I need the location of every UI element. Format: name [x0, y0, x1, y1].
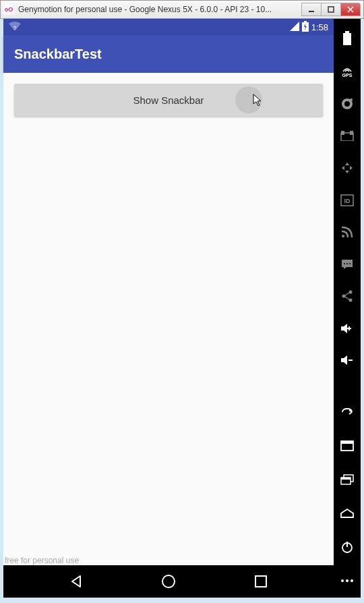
battery-sidebar-icon[interactable] [340, 31, 355, 46]
svg-point-33 [346, 579, 348, 582]
window-controls [302, 3, 361, 16]
svg-rect-14 [341, 131, 344, 135]
svg-point-10 [344, 101, 350, 107]
svg-point-17 [342, 235, 344, 237]
android-nav-bar [3, 565, 334, 598]
emulator-frame: ? 1:58 SnackbarTest Show Snackbar [3, 19, 361, 598]
button-label: Show Snackbar [133, 94, 204, 106]
svg-point-11 [350, 98, 353, 101]
more-sidebar-icon[interactable] [340, 573, 355, 588]
app-icon: oO [3, 4, 14, 15]
wifi-icon: ? [9, 22, 21, 33]
svg-rect-7 [343, 33, 351, 45]
volume-up-sidebar-icon[interactable] [340, 322, 355, 335]
volume-down-sidebar-icon[interactable] [340, 354, 355, 368]
status-time: 1:58 [311, 22, 328, 32]
gps-label: GPS [342, 73, 353, 78]
svg-point-19 [344, 263, 345, 264]
svg-text:ID: ID [344, 198, 351, 204]
svg-point-32 [341, 579, 344, 582]
app-title: SnackbarTest [14, 47, 102, 62]
share-sidebar-icon[interactable] [340, 290, 355, 304]
svg-rect-29 [341, 478, 351, 480]
svg-text:?: ? [13, 25, 17, 31]
show-snackbar-button[interactable]: Show Snackbar [14, 84, 323, 116]
emulator-sidebar: GPS ID [334, 19, 361, 598]
window-max-sidebar-icon[interactable] [340, 438, 355, 453]
close-button[interactable] [340, 3, 361, 16]
ripple-effect [235, 86, 262, 113]
device-screen: ? 1:58 SnackbarTest Show Snackbar [3, 19, 334, 598]
rss-sidebar-icon[interactable] [340, 226, 355, 239]
svg-rect-1 [328, 7, 334, 12]
window-title: Genymotion for personal use - Google Nex… [18, 5, 302, 14]
signal-icon [290, 22, 299, 33]
main-content: Show Snackbar [3, 73, 334, 565]
capture-sidebar-icon[interactable] [340, 130, 355, 143]
app-bar: SnackbarTest [3, 35, 334, 73]
svg-rect-4 [304, 21, 307, 22]
nav-home-button[interactable] [158, 571, 179, 592]
id-sidebar-icon[interactable]: ID [340, 194, 355, 207]
svg-rect-6 [255, 576, 266, 587]
svg-rect-26 [341, 441, 353, 444]
gps-sidebar-icon[interactable]: GPS [340, 65, 355, 78]
svg-point-21 [349, 263, 351, 264]
svg-point-22 [349, 291, 353, 294]
rotate-sidebar-icon[interactable] [340, 405, 355, 420]
watermark-text: free for personal use [5, 556, 79, 565]
power-sidebar-icon[interactable] [340, 540, 355, 554]
svg-rect-8 [345, 31, 349, 33]
window-titlebar: oO Genymotion for personal use - Google … [0, 0, 364, 19]
nav-recents-button[interactable] [251, 571, 271, 592]
minimize-button[interactable] [301, 3, 322, 16]
svg-point-34 [351, 579, 353, 582]
svg-rect-0 [309, 11, 314, 12]
home-outline-sidebar-icon[interactable] [340, 506, 355, 521]
window-restore-sidebar-icon[interactable] [340, 472, 355, 487]
maximize-button[interactable] [321, 3, 341, 16]
sms-sidebar-icon[interactable] [340, 258, 355, 271]
move-sidebar-icon[interactable] [340, 161, 355, 175]
svg-rect-13 [350, 131, 353, 135]
android-status-bar[interactable]: ? 1:58 [3, 19, 334, 35]
battery-charging-icon [302, 21, 309, 34]
svg-point-5 [162, 575, 175, 587]
nav-back-button[interactable] [66, 571, 86, 592]
svg-point-20 [346, 263, 348, 264]
svg-point-23 [342, 295, 346, 298]
svg-point-24 [349, 299, 353, 302]
camera-sidebar-icon[interactable] [340, 97, 355, 111]
